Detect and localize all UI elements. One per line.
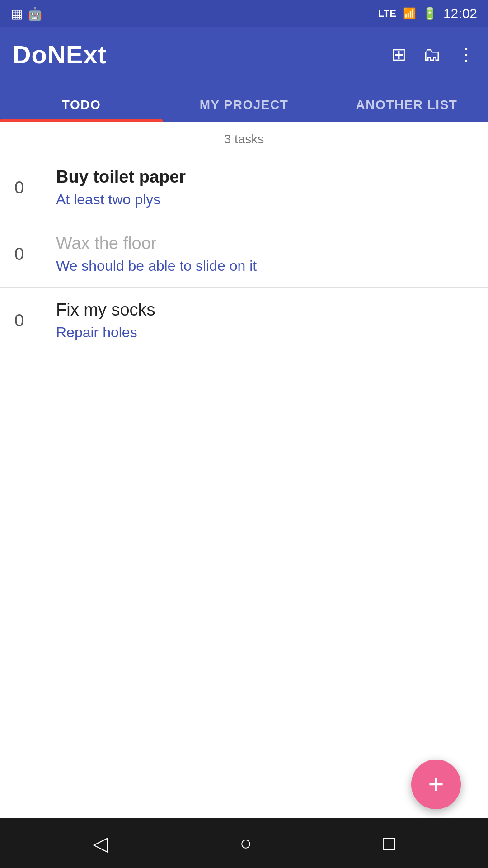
task-subtitle: Repair holes: [56, 324, 474, 341]
home-button[interactable]: ○: [239, 832, 252, 854]
status-bar: ▦ 🤖 LTE 📶 🔋 12:02: [0, 0, 488, 27]
back-button[interactable]: ◁: [93, 832, 108, 855]
tab-another-list[interactable]: ANOTHER LIST: [325, 81, 488, 122]
app-bar: DoNExt ⊞ 🗂 ⋮: [0, 27, 488, 81]
list-item[interactable]: 0 Wax the floor We should be able to sli…: [0, 221, 488, 288]
tab-bar: TODO MY PROJECT ANOTHER LIST: [0, 81, 488, 122]
battery-icon: 🔋: [422, 7, 437, 21]
signal-bars-icon: 📶: [403, 7, 416, 20]
tab-todo[interactable]: TODO: [0, 81, 163, 122]
tab-my-project[interactable]: MY PROJECT: [163, 81, 325, 122]
add-task-fab[interactable]: +: [411, 760, 461, 809]
lte-signal: LTE: [378, 8, 396, 19]
task-subtitle: We should be able to slide on it: [56, 258, 474, 274]
grid-view-icon[interactable]: ⊞: [391, 44, 407, 65]
task-number: 0: [14, 311, 42, 330]
task-content: Wax the floor We should be able to slide…: [56, 234, 474, 274]
app-bar-actions: ⊞ 🗂 ⋮: [391, 44, 475, 65]
task-subtitle: At least two plys: [56, 191, 474, 208]
status-bar-right: LTE 📶 🔋 12:02: [378, 6, 477, 21]
task-content: Buy toilet paper At least two plys: [56, 167, 474, 208]
task-title: Wax the floor: [56, 234, 474, 253]
task-title: Buy toilet paper: [56, 167, 474, 187]
add-list-icon[interactable]: 🗂: [423, 44, 441, 65]
fab-container: +: [411, 760, 461, 809]
task-number: 0: [14, 178, 42, 198]
more-options-icon[interactable]: ⋮: [457, 44, 475, 65]
app-icon-1: ▦: [11, 6, 23, 21]
status-time: 12:02: [443, 6, 477, 21]
task-title: Fix my socks: [56, 300, 474, 320]
task-content: Fix my socks Repair holes: [56, 300, 474, 341]
bottom-nav: ◁ ○ □: [0, 818, 488, 868]
list-item[interactable]: 0 Fix my socks Repair holes: [0, 288, 488, 354]
recents-button[interactable]: □: [383, 832, 395, 854]
task-count: 3 tasks: [0, 122, 488, 155]
add-task-icon: +: [428, 771, 444, 798]
task-number: 0: [14, 245, 42, 264]
app-icon-2: 🤖: [27, 6, 43, 21]
status-bar-left: ▦ 🤖: [11, 6, 43, 21]
list-item[interactable]: 0 Buy toilet paper At least two plys: [0, 155, 488, 221]
app-title: DoNExt: [13, 40, 107, 69]
